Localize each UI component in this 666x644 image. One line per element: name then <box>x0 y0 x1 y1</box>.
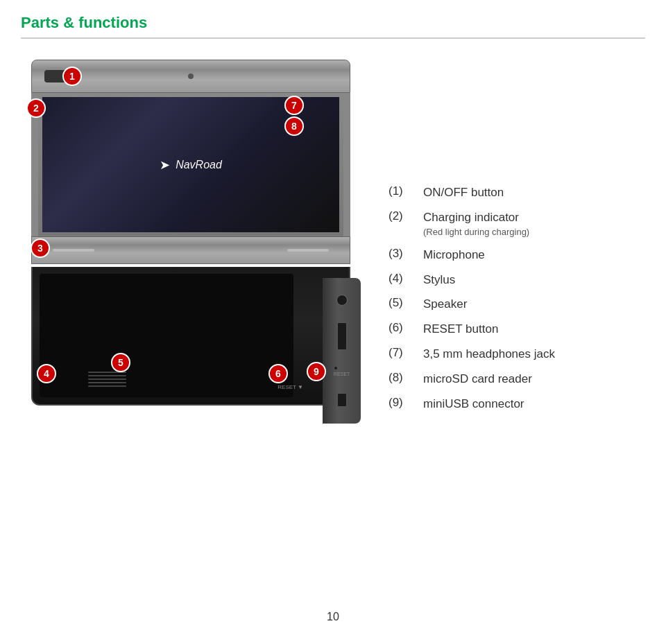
feature-num-6: (6) <box>388 321 423 335</box>
badge-8: 8 <box>284 116 304 136</box>
badge-2: 2 <box>26 98 46 118</box>
navroad-arrow-icon: ➤ <box>160 157 170 173</box>
feature-item-3: (3) Microphone <box>388 247 645 263</box>
navroad-logo: ➤ NavRoad <box>160 157 222 173</box>
feature-item-4: (4) Stylus <box>388 272 645 288</box>
badge-9: 9 <box>307 362 326 381</box>
camera-dot-visual <box>188 73 194 79</box>
page-number: 10 <box>327 611 339 623</box>
feature-item-7: (7) 3,5 mm headphones jack <box>388 346 645 363</box>
feature-text-3: Microphone <box>423 247 485 263</box>
badge-6: 6 <box>268 364 288 383</box>
main-content: 1 2 ➤ NavRoad <box>21 60 645 420</box>
page-header: Parts & functions <box>21 14 645 39</box>
feature-num-1: (1) <box>388 184 423 198</box>
speaker-line <box>88 378 126 380</box>
feature-item-5: (5) Speaker <box>388 296 645 313</box>
features-list: (1) ON/OFF button (2) Charging indicator… <box>388 60 645 420</box>
speaker-line <box>88 375 126 376</box>
feature-item-1: (1) ON/OFF button <box>388 184 645 201</box>
middle-bar-line-left <box>53 249 94 252</box>
speaker-grill <box>88 372 126 387</box>
speaker-line <box>88 382 126 383</box>
feature-num-9: (9) <box>388 396 423 410</box>
reset-label: RESET ▼ <box>278 384 303 390</box>
device-illustration: 1 2 ➤ NavRoad <box>21 60 361 406</box>
device-side-panel: RESET <box>323 278 361 424</box>
feature-text-7: 3,5 mm headphones jack <box>423 346 555 363</box>
navroad-brand-text: NavRoad <box>176 159 222 171</box>
feature-text-2-main: Charging indicator <box>423 211 519 224</box>
feature-text-2: Charging indicator (Red light during cha… <box>423 209 529 238</box>
badge-3: 3 <box>31 238 50 258</box>
feature-num-8: (8) <box>388 371 423 385</box>
device-screen-section: ➤ NavRoad <box>31 93 350 236</box>
feature-num-2: (2) <box>388 209 423 223</box>
device-middle-bar <box>31 236 350 264</box>
device-bottom-screen <box>40 274 293 397</box>
badge-7: 7 <box>284 96 304 115</box>
middle-bar-line-right <box>287 249 329 252</box>
feature-num-7: (7) <box>388 346 423 360</box>
device-top: ➤ NavRoad <box>31 60 350 264</box>
page-title: Parts & functions <box>21 14 645 32</box>
side-card-slot <box>337 322 347 350</box>
feature-num-5: (5) <box>388 296 423 310</box>
side-headphone-port <box>336 295 348 306</box>
feature-item-6: (6) RESET button <box>388 321 645 338</box>
device-bottom-wrapper: 4 5 6 RESET ▼ <box>31 267 350 406</box>
feature-text-9: miniUSB connector <box>423 396 524 412</box>
badge-1: 1 <box>62 67 82 86</box>
feature-item-2: (2) Charging indicator (Red light during… <box>388 209 645 238</box>
badge-5: 5 <box>111 353 130 372</box>
feature-num-3: (3) <box>388 247 423 261</box>
feature-text-8: microSD card reader <box>423 371 532 388</box>
feature-item-9: (9) miniUSB connector <box>388 396 645 412</box>
badge-4: 4 <box>37 364 56 383</box>
side-usb-port <box>337 393 347 407</box>
feature-num-4: (4) <box>388 272 423 286</box>
feature-item-8: (8) microSD card reader <box>388 371 645 388</box>
feature-text-6: RESET button <box>423 321 498 338</box>
feature-text-2-sub: (Red light during charging) <box>423 226 529 238</box>
feature-text-4: Stylus <box>423 272 455 288</box>
feature-text-1: ON/OFF button <box>423 184 504 201</box>
page-container: Parts & functions 1 2 ➤ NavRoad <box>0 0 666 644</box>
feature-text-5: Speaker <box>423 296 467 313</box>
speaker-line <box>88 385 126 387</box>
side-reset-hole: RESET <box>334 366 350 376</box>
